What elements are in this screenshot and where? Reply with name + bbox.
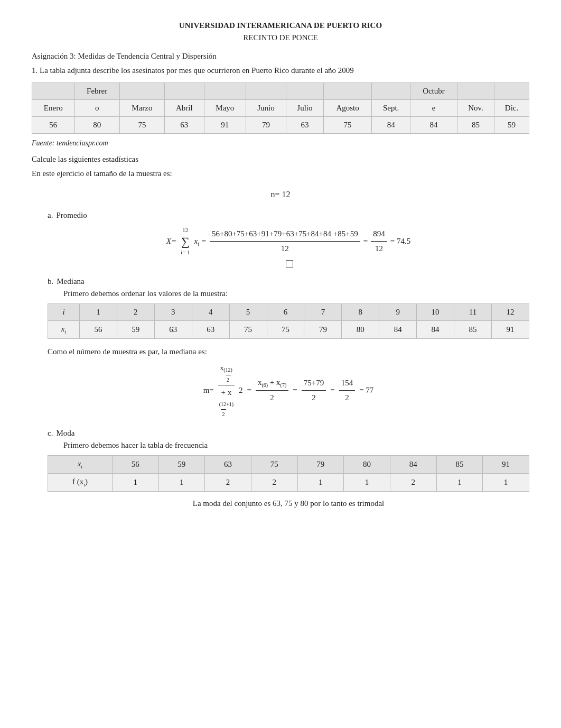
equals5: = [330, 383, 334, 398]
freq-fx-label: f (xi) [48, 474, 113, 492]
header-cell-blank [32, 83, 75, 100]
header-cell-blank7 [324, 83, 372, 100]
checkbox-placeholder [286, 260, 293, 268]
fxi-56: 56 [112, 456, 158, 474]
frac-894-12: 894 12 [371, 227, 387, 256]
val-84b: 84 [410, 117, 457, 134]
part-c-name: Moda [56, 429, 74, 438]
sub-agosto: Agosto [324, 100, 372, 117]
source-text: Fuente: tendenciaspr.com [32, 139, 529, 148]
part-b-label: b. [48, 277, 53, 286]
header-cell-blank6 [286, 83, 323, 100]
part-a: a. Promedio X= 12 ∑ i= 1 xi = 56+80+75+6… [48, 211, 529, 268]
par-text: Como el número de muestra es par, la med… [48, 347, 529, 356]
val-84: 84 [372, 117, 410, 134]
val-75: 75 [119, 117, 164, 134]
calcule-text: Calcule las siguientes estadísticas [32, 155, 529, 164]
header-cell-febrer: Febrer [74, 83, 119, 100]
assignment-title: Asignación 3: Medidas de Tendencia Centr… [32, 52, 529, 61]
part-a-name: Promedio [56, 211, 87, 220]
ffx-1b: 1 [158, 474, 205, 492]
fxi-84: 84 [390, 456, 436, 474]
x-bar-label: X= [166, 234, 176, 248]
equals3: = [247, 383, 251, 398]
moda-conclusion: La moda del conjunto es 63, 75 y 80 por … [48, 499, 529, 508]
frac-154-2: 154 2 [339, 376, 356, 405]
header-cell-blank5 [246, 83, 286, 100]
header-cell-blank10 [494, 83, 529, 100]
sub-junio: Junio [246, 100, 286, 117]
ox-80: 80 [342, 320, 379, 338]
ffx-2c: 2 [390, 474, 436, 492]
i-10: 10 [417, 303, 454, 320]
header-cell-blank3 [165, 83, 204, 100]
header-cell-blank8 [372, 83, 410, 100]
val-79: 79 [246, 117, 286, 134]
equals6: = 77 [359, 383, 373, 398]
val-63b: 63 [286, 117, 323, 134]
fxi-63: 63 [205, 456, 251, 474]
table-header-row1: Febrer Octubr [32, 83, 529, 100]
ffx-1d: 1 [344, 474, 390, 492]
moda-intro: Primero debemos hacer la tabla de frecue… [63, 441, 529, 450]
question1-text: 1. La tabla adjunta describe los asesina… [32, 66, 529, 75]
val-59: 59 [494, 117, 529, 134]
i-7: 7 [304, 303, 342, 320]
table-data-row: 56 80 75 63 91 79 63 75 84 84 85 59 [32, 117, 529, 134]
ox-63a: 63 [154, 320, 192, 338]
i-8: 8 [342, 303, 379, 320]
sub-julio: Julio [286, 100, 323, 117]
equals2: = 74.5 [390, 234, 410, 248]
table-subheader-row: Enero o Marzo Abril Mayo Junio Julio Ago… [32, 100, 529, 117]
data-table: Febrer Octubr Enero o Marzo Abril Mayo J… [32, 82, 529, 134]
m-label: m= [203, 383, 214, 398]
fxi-75: 75 [251, 456, 297, 474]
i-label: i [48, 303, 80, 320]
sum-notation: 12 ∑ i= 1 [181, 225, 190, 258]
sub-o: o [74, 100, 119, 117]
ox-63b: 63 [192, 320, 229, 338]
sub-enero: Enero [32, 100, 75, 117]
ffx-1e: 1 [436, 474, 483, 492]
i-9: 9 [379, 303, 417, 320]
sub-nov: Nov. [457, 100, 494, 117]
promedio-formula: X= 12 ∑ i= 1 xi = 56+80+75+63+91+79+63+7… [48, 225, 529, 268]
ox-85: 85 [454, 320, 492, 338]
equals4: = [293, 383, 297, 398]
part-b-name: Mediana [57, 277, 84, 286]
ordered-table: i 1 2 3 4 5 6 7 8 9 10 11 12 xi 56 59 63… [48, 303, 529, 339]
campus-title: RECINTO DE PONCE [32, 33, 529, 42]
header-cell-blank4 [204, 83, 246, 100]
i-4: 4 [192, 303, 229, 320]
fxi-80: 80 [344, 456, 390, 474]
ffx-1a: 1 [112, 474, 158, 492]
sub-abril: Abril [165, 100, 204, 117]
i-6: 6 [267, 303, 304, 320]
ffx-2a: 2 [205, 474, 251, 492]
val-63: 63 [165, 117, 204, 134]
frac-x6-x7: x(6) + x(7) 2 [256, 375, 288, 405]
sub-mayo: Mayo [204, 100, 246, 117]
i-3: 3 [154, 303, 192, 320]
sub-marzo: Marzo [119, 100, 164, 117]
i-5: 5 [229, 303, 267, 320]
val-75b: 75 [324, 117, 372, 134]
mediana-formula: m= x(122) + x(122+1) 2 = x(6) + x(7) 2 =… [48, 362, 529, 420]
fxi-91: 91 [483, 456, 529, 474]
xi-label: xi = [194, 234, 207, 249]
header-cell-blank9 [457, 83, 494, 100]
val-80: 80 [74, 117, 119, 134]
val-56: 56 [32, 117, 75, 134]
val-85: 85 [457, 117, 494, 134]
mediana-intro: Primero debemos ordenar los valores de l… [63, 289, 529, 298]
ffx-1f: 1 [483, 474, 529, 492]
part-c: c. Moda Primero debemos hacer la tabla d… [48, 429, 529, 508]
ejercicio-text: En este ejercicio el tamaño de la muestr… [32, 169, 529, 178]
i-2: 2 [117, 303, 154, 320]
xi-label-cell: xi [48, 320, 80, 338]
freq-xi-row: xi 56 59 63 75 79 80 84 85 91 [48, 456, 529, 474]
ox-84b: 84 [417, 320, 454, 338]
freq-table: xi 56 59 63 75 79 80 84 85 91 f (xi) 1 1… [48, 455, 529, 492]
sub-dic: Dic. [494, 100, 529, 117]
university-title: UNIVERSIDAD INTERAMERICANA DE PUERTO RIC… [32, 21, 529, 30]
